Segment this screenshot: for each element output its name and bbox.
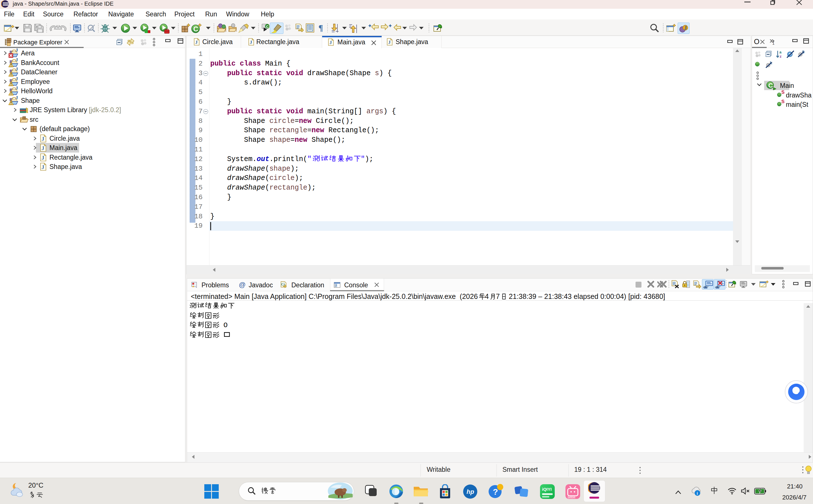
svg-text:i: i bbox=[697, 491, 698, 496]
svg-text:J: J bbox=[684, 25, 687, 31]
svg-text:?: ? bbox=[493, 487, 498, 496]
svg-text:¶: ¶ bbox=[318, 23, 323, 32]
svg-text:C: C bbox=[266, 25, 269, 29]
svg-text:C: C bbox=[193, 25, 198, 33]
svg-text:bilibili: bilibili bbox=[568, 496, 575, 499]
svg-text:1: 1 bbox=[772, 41, 775, 45]
svg-text:hp: hp bbox=[467, 488, 474, 495]
svg-text:iQIYI: iQIYI bbox=[542, 487, 552, 492]
